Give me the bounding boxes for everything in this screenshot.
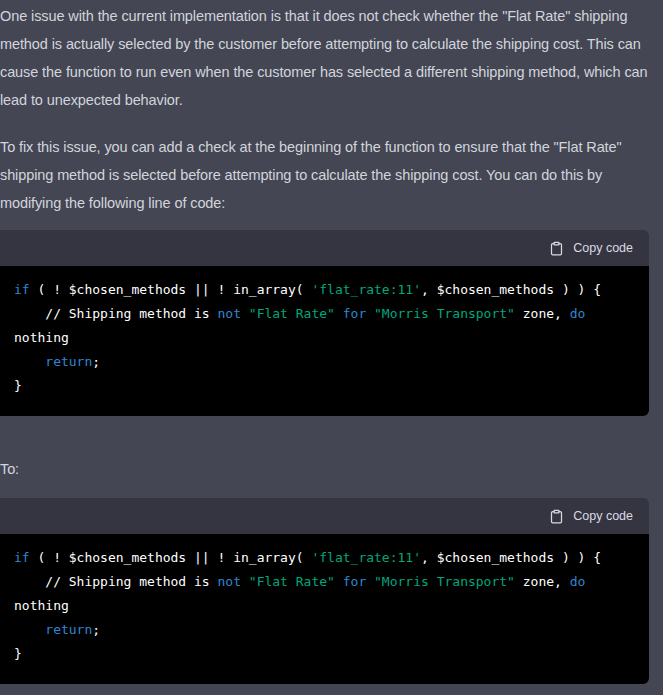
copy-code-button[interactable]: Copy code <box>549 241 633 256</box>
copy-code-button[interactable]: Copy code <box>549 509 633 524</box>
code-block-1-header: Copy code <box>0 230 649 266</box>
copy-code-label: Copy code <box>573 509 633 523</box>
clipboard-icon <box>549 241 564 256</box>
paragraph-issue-description: One issue with the current implementatio… <box>0 2 652 114</box>
code-content: if ( ! $chosen_methods || ! in_array( 'f… <box>0 266 649 416</box>
clipboard-icon <box>549 509 564 524</box>
assistant-message: One issue with the current implementatio… <box>0 0 663 684</box>
code-block-2-header: Copy code <box>0 498 649 534</box>
code-block-2: Copy code if ( ! $chosen_methods || ! in… <box>0 498 649 684</box>
paragraph-fix-instruction: To fix this issue, you can add a check a… <box>0 133 652 217</box>
copy-code-label: Copy code <box>573 241 633 255</box>
code-block-1: Copy code if ( ! $chosen_methods || ! in… <box>0 230 649 416</box>
code-content: if ( ! $chosen_methods || ! in_array( 'f… <box>0 534 649 684</box>
paragraph-to-label: To: <box>0 455 652 483</box>
